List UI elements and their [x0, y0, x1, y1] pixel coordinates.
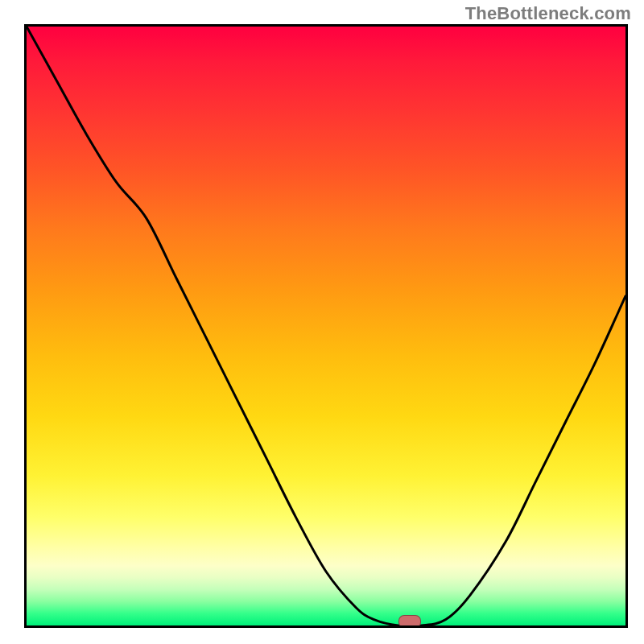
curve-layer: [27, 27, 625, 625]
optimal-marker: [398, 615, 421, 628]
chart-container: TheBottleneck.com: [0, 0, 644, 644]
bottleneck-curve: [27, 27, 625, 625]
plot-area: [24, 24, 628, 628]
watermark-text: TheBottleneck.com: [465, 3, 631, 24]
